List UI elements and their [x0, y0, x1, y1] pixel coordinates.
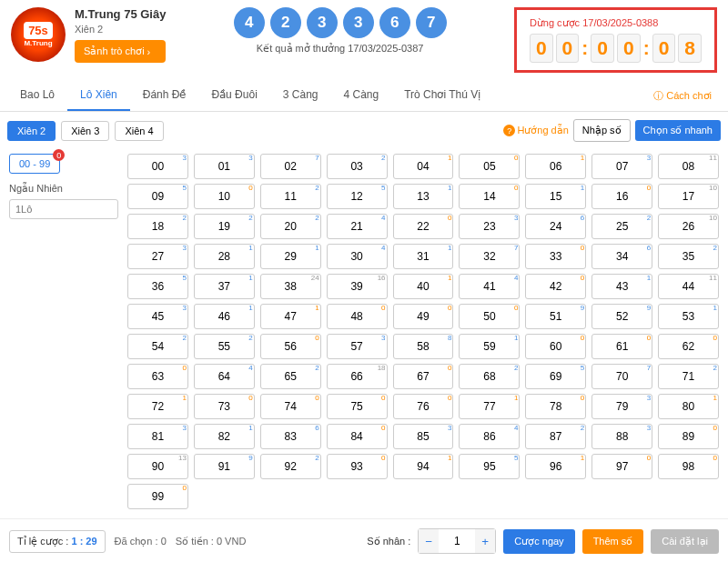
number-25[interactable]: 252: [592, 214, 652, 239]
number-39[interactable]: 3916: [327, 274, 388, 299]
number-75[interactable]: 750: [327, 394, 388, 419]
number-68[interactable]: 682: [459, 364, 520, 389]
number-01[interactable]: 013: [194, 154, 255, 179]
range-chip[interactable]: 00 - 99 0: [9, 154, 60, 174]
number-21[interactable]: 214: [327, 214, 388, 239]
number-26[interactable]: 2610: [658, 214, 719, 239]
lobby-button[interactable]: Sảnh trò chơi ›: [75, 40, 166, 63]
guide-link[interactable]: ?Hướng dẫn: [503, 125, 568, 136]
add-number-button[interactable]: Thêm số: [582, 529, 644, 554]
number-40[interactable]: 401: [393, 274, 454, 299]
number-54[interactable]: 542: [127, 334, 188, 359]
number-60[interactable]: 600: [525, 334, 586, 359]
number-12[interactable]: 125: [327, 184, 388, 209]
number-70[interactable]: 707: [592, 364, 652, 389]
how-to-link[interactable]: ⓘCách chơi: [644, 80, 721, 111]
number-86[interactable]: 864: [459, 424, 520, 449]
input-number-button[interactable]: Nhập số: [573, 119, 631, 142]
number-63[interactable]: 630: [127, 364, 188, 389]
number-48[interactable]: 480: [327, 304, 388, 329]
number-43[interactable]: 431: [592, 274, 652, 299]
number-34[interactable]: 346: [592, 244, 652, 269]
subtab-xiên-4[interactable]: Xiên 4: [115, 121, 163, 141]
number-58[interactable]: 588: [393, 334, 454, 359]
random-input[interactable]: [9, 199, 118, 219]
number-53[interactable]: 531: [658, 304, 719, 329]
tab-3-càng[interactable]: 3 Càng: [270, 80, 331, 111]
number-78[interactable]: 780: [525, 394, 586, 419]
number-66[interactable]: 6618: [327, 364, 388, 389]
number-91[interactable]: 919: [194, 454, 255, 479]
subtab-xiên-3[interactable]: Xiên 3: [61, 121, 109, 141]
number-56[interactable]: 560: [260, 334, 321, 359]
reset-button[interactable]: Cài đặt lại: [651, 529, 719, 554]
number-80[interactable]: 801: [658, 394, 719, 419]
number-08[interactable]: 0811: [658, 154, 719, 179]
number-19[interactable]: 192: [194, 214, 255, 239]
number-10[interactable]: 100: [194, 184, 255, 209]
mult-plus-button[interactable]: +: [475, 529, 495, 553]
number-82[interactable]: 821: [194, 424, 255, 449]
quick-pick-button[interactable]: Chọn số nhanh: [635, 120, 721, 141]
number-45[interactable]: 453: [127, 304, 188, 329]
number-99[interactable]: 990: [127, 484, 188, 509]
number-46[interactable]: 461: [194, 304, 255, 329]
tab-bao-lô[interactable]: Bao Lô: [7, 80, 67, 111]
number-03[interactable]: 032: [327, 154, 388, 179]
number-24[interactable]: 246: [525, 214, 586, 239]
number-97[interactable]: 970: [592, 454, 652, 479]
number-42[interactable]: 420: [525, 274, 586, 299]
mult-minus-button[interactable]: −: [419, 529, 439, 553]
number-96[interactable]: 961: [525, 454, 586, 479]
tab-lô-xiên[interactable]: Lô Xiên: [67, 80, 130, 111]
number-14[interactable]: 140: [459, 184, 520, 209]
number-06[interactable]: 061: [525, 154, 586, 179]
number-79[interactable]: 793: [592, 394, 652, 419]
number-61[interactable]: 610: [592, 334, 652, 359]
number-28[interactable]: 281: [194, 244, 255, 269]
number-05[interactable]: 050: [459, 154, 520, 179]
number-41[interactable]: 414: [459, 274, 520, 299]
number-32[interactable]: 327: [459, 244, 520, 269]
number-95[interactable]: 955: [459, 454, 520, 479]
number-67[interactable]: 670: [393, 364, 454, 389]
tab-trò-chơi-thú-vị[interactable]: Trò Chơi Thú Vị: [391, 80, 493, 111]
number-02[interactable]: 027: [260, 154, 321, 179]
number-13[interactable]: 131: [393, 184, 454, 209]
bet-now-button[interactable]: Cược ngay: [503, 529, 574, 554]
number-87[interactable]: 872: [525, 424, 586, 449]
number-27[interactable]: 273: [127, 244, 188, 269]
number-04[interactable]: 041: [393, 154, 454, 179]
number-83[interactable]: 836: [260, 424, 321, 449]
number-57[interactable]: 573: [327, 334, 388, 359]
number-81[interactable]: 813: [127, 424, 188, 449]
number-33[interactable]: 330: [525, 244, 586, 269]
number-77[interactable]: 771: [459, 394, 520, 419]
number-93[interactable]: 930: [327, 454, 388, 479]
number-85[interactable]: 853: [393, 424, 454, 449]
number-90[interactable]: 9013: [127, 454, 188, 479]
number-20[interactable]: 202: [260, 214, 321, 239]
number-73[interactable]: 730: [194, 394, 255, 419]
number-36[interactable]: 365: [127, 274, 188, 299]
number-35[interactable]: 352: [658, 244, 719, 269]
number-88[interactable]: 883: [592, 424, 652, 449]
number-16[interactable]: 160: [592, 184, 652, 209]
number-55[interactable]: 552: [194, 334, 255, 359]
number-38[interactable]: 3824: [260, 274, 321, 299]
number-22[interactable]: 220: [393, 214, 454, 239]
number-15[interactable]: 151: [525, 184, 586, 209]
number-47[interactable]: 471: [260, 304, 321, 329]
number-09[interactable]: 095: [127, 184, 188, 209]
number-89[interactable]: 890: [658, 424, 719, 449]
number-29[interactable]: 291: [260, 244, 321, 269]
number-00[interactable]: 003: [127, 154, 188, 179]
tab-đầu-đuôi[interactable]: Đầu Đuôi: [198, 80, 269, 111]
number-98[interactable]: 980: [658, 454, 719, 479]
number-62[interactable]: 620: [658, 334, 719, 359]
number-11[interactable]: 112: [260, 184, 321, 209]
number-51[interactable]: 519: [525, 304, 586, 329]
mult-input[interactable]: [439, 535, 475, 547]
number-07[interactable]: 073: [592, 154, 652, 179]
number-71[interactable]: 712: [658, 364, 719, 389]
